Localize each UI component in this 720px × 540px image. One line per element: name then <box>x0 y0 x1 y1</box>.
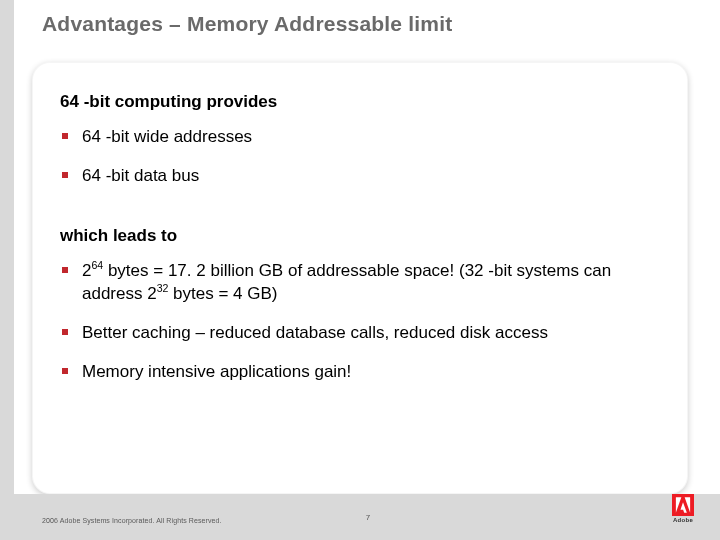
bg-bottom-strip <box>0 494 720 540</box>
bullet-list-1: 64 -bit wide addresses 64 -bit data bus <box>60 126 660 188</box>
section-heading-2: which leads to <box>60 226 660 246</box>
list-item: Better caching – reduced database calls,… <box>60 322 660 345</box>
section-heading-1: 64 -bit computing provides <box>60 92 660 112</box>
list-item: Memory intensive applications gain! <box>60 361 660 384</box>
list-item: 64 -bit data bus <box>60 165 660 188</box>
list-item: 264 bytes = 17. 2 billion GB of addressa… <box>60 260 660 306</box>
content-card: 64 -bit computing provides 64 -bit wide … <box>32 62 688 494</box>
list-item: 64 -bit wide addresses <box>60 126 660 149</box>
slide: Advantages – Memory Addressable limit 64… <box>0 0 720 540</box>
slide-title: Advantages – Memory Addressable limit <box>42 12 680 36</box>
bg-left-strip <box>0 0 14 540</box>
bullet-list-2: 264 bytes = 17. 2 billion GB of addressa… <box>60 260 660 384</box>
